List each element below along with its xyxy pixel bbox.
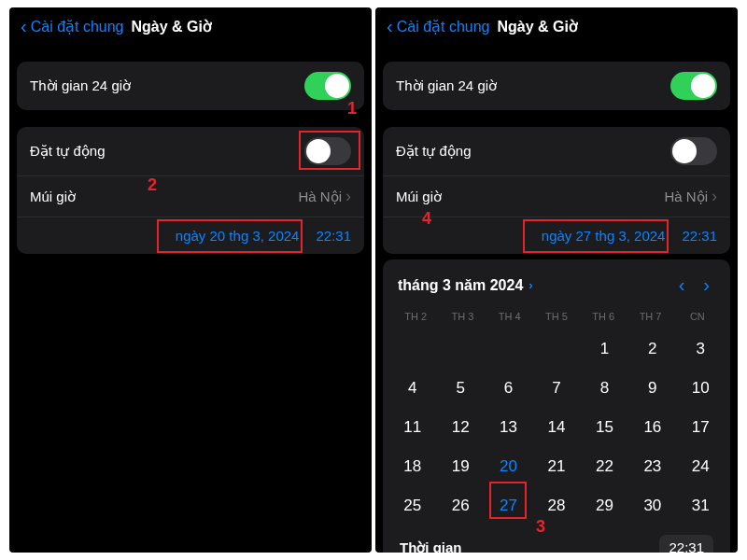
timezone-value: Hà Nội›: [298, 187, 351, 206]
chevron-right-icon: ›: [529, 278, 532, 292]
left-screenshot: ‹Cài đặt chung Ngày & Giờ Thời gian 24 g…: [9, 7, 372, 553]
row-auto: Đặt tự động: [17, 127, 364, 175]
toggle-knob: [325, 74, 349, 98]
next-month-button[interactable]: ›: [703, 274, 710, 296]
back-button[interactable]: ‹Cài đặt chung: [21, 17, 124, 35]
calendar-day[interactable]: 9: [628, 369, 676, 408]
label-auto: Đặt tự động: [396, 143, 472, 160]
calendar-day[interactable]: 19: [436, 447, 484, 486]
time-button[interactable]: 22:31: [682, 228, 717, 244]
marker-4: 4: [422, 209, 431, 229]
calendar-day[interactable]: 6: [485, 369, 532, 408]
timezone-value: Hà Nội›: [664, 187, 717, 206]
toggle-24h[interactable]: [304, 72, 351, 100]
chevron-right-icon: ›: [345, 187, 351, 206]
toggle-24h[interactable]: [670, 72, 717, 100]
prev-month-button[interactable]: ‹: [679, 274, 685, 296]
back-button[interactable]: ‹Cài đặt chung: [387, 17, 490, 35]
calendar-day[interactable]: 29: [581, 486, 628, 525]
calendar-day[interactable]: 10: [677, 369, 725, 408]
row-timezone[interactable]: Múi giờ Hà Nội›: [383, 175, 730, 217]
label-timezone: Múi giờ: [30, 189, 76, 205]
back-label: Cài đặt chung: [31, 18, 124, 35]
calendar-day[interactable]: 16: [628, 408, 676, 447]
calendar-day[interactable]: 25: [388, 486, 436, 525]
calendar-day[interactable]: 14: [532, 408, 580, 447]
calendar-day[interactable]: 22: [581, 447, 628, 486]
calendar-grid: ....123456789101112131415161718192021222…: [388, 329, 725, 525]
row-auto: Đặt tự động: [383, 127, 730, 175]
chevron-left-icon: ‹: [387, 17, 393, 35]
calendar-day[interactable]: 7: [532, 369, 580, 408]
calendar-day[interactable]: 30: [628, 486, 676, 525]
toggle-auto[interactable]: [304, 137, 351, 165]
calendar-day[interactable]: 2: [628, 329, 676, 369]
calendar-header: tháng 3 năm 2024› ‹ ›: [388, 269, 725, 307]
section-24h: Thời gian 24 giờ: [17, 62, 364, 110]
calendar-day[interactable]: 20: [485, 447, 532, 486]
calendar-day[interactable]: 23: [628, 447, 676, 486]
marker-1: 1: [347, 99, 357, 119]
marker-2: 2: [148, 175, 157, 195]
nav-bar: ‹Cài đặt chung Ngày & Giờ: [375, 7, 738, 45]
toggle-knob: [691, 74, 715, 98]
label-24h: Thời gian 24 giờ: [396, 77, 497, 94]
calendar-day[interactable]: 24: [677, 447, 725, 486]
weekday-header: TH 2TH 3TH 4TH 5TH 6TH 7CN: [388, 307, 725, 329]
page-title: Ngày & Giờ: [132, 18, 212, 35]
calendar-day[interactable]: 13: [485, 408, 532, 447]
section-auto: Đặt tự động Múi giờ Hà Nội› ngày 27 thg …: [383, 127, 730, 254]
section-auto: Đặt tự động Múi giờ Hà Nội› ngày 20 thg …: [17, 127, 364, 254]
calendar-day[interactable]: 26: [436, 486, 484, 525]
calendar-day[interactable]: 11: [388, 408, 436, 447]
month-year-button[interactable]: tháng 3 năm 2024›: [398, 277, 533, 294]
date-button[interactable]: ngày 20 thg 3, 2024: [176, 228, 300, 244]
calendar-day[interactable]: 21: [532, 447, 580, 486]
marker-3: 3: [536, 517, 545, 537]
calendar-day[interactable]: 31: [677, 486, 725, 525]
row-24h: Thời gian 24 giờ: [383, 62, 730, 110]
time-pill[interactable]: 22:31: [659, 535, 713, 553]
date-button[interactable]: ngày 27 thg 3, 2024: [542, 228, 666, 244]
calendar-day[interactable]: 4: [388, 369, 436, 408]
toggle-knob: [672, 139, 697, 163]
calendar: tháng 3 năm 2024› ‹ › TH 2TH 3TH 4TH 5TH…: [383, 259, 730, 553]
chevron-left-icon: ‹: [21, 17, 27, 35]
row-datetime: ngày 20 thg 3, 2024 22:31: [17, 217, 364, 254]
chevron-right-icon: ›: [712, 187, 717, 206]
calendar-day[interactable]: 27: [485, 486, 532, 525]
calendar-day[interactable]: 5: [436, 369, 484, 408]
page-title: Ngày & Giờ: [498, 18, 578, 35]
calendar-day[interactable]: 12: [436, 408, 484, 447]
calendar-day[interactable]: 18: [388, 447, 436, 486]
label-timezone: Múi giờ: [396, 189, 442, 205]
calendar-time-row: Thời gian 22:31: [388, 525, 725, 553]
row-datetime: ngày 27 thg 3, 2024 22:31: [383, 217, 730, 254]
label-auto: Đặt tự động: [30, 143, 106, 160]
calendar-day[interactable]: 3: [677, 329, 725, 369]
month-nav: ‹ ›: [679, 274, 715, 296]
toggle-auto[interactable]: [670, 137, 717, 165]
calendar-day[interactable]: 15: [581, 408, 628, 447]
nav-bar: ‹Cài đặt chung Ngày & Giờ: [9, 7, 372, 45]
calendar-day[interactable]: 1: [581, 329, 628, 369]
calendar-day[interactable]: 17: [677, 408, 725, 447]
section-24h: Thời gian 24 giờ: [383, 62, 730, 110]
back-label: Cài đặt chung: [397, 18, 490, 35]
calendar-day[interactable]: 8: [581, 369, 628, 408]
label-24h: Thời gian 24 giờ: [30, 77, 131, 94]
toggle-knob: [306, 139, 331, 163]
right-screenshot: ‹Cài đặt chung Ngày & Giờ Thời gian 24 g…: [375, 7, 738, 553]
row-24h: Thời gian 24 giờ: [17, 62, 364, 110]
time-button[interactable]: 22:31: [316, 228, 351, 244]
row-timezone[interactable]: Múi giờ Hà Nội›: [17, 175, 364, 217]
time-label: Thời gian: [400, 539, 462, 553]
